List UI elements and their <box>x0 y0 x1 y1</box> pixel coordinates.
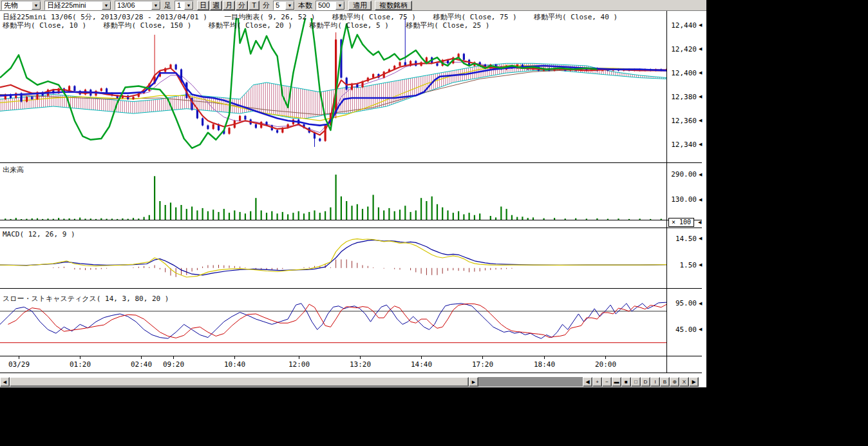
x-axis-label-10-40: 10:40 <box>224 360 245 369</box>
panel-separator <box>0 288 702 289</box>
price-tick-12440-label: 12,440 <box>667 21 697 30</box>
multi-symbol-button[interactable]: 複数銘柄 <box>375 1 412 10</box>
chart-tool-button-group: ◀+−▬■□DIB⊕X▶ <box>583 377 699 387</box>
multiplier-adjust-arrow-icon[interactable]: ◀ <box>698 220 701 225</box>
volume-tick-130: 130.00◀ <box>667 196 706 204</box>
price-chart-panel[interactable] <box>0 18 666 162</box>
time-axis: 03/2901:2002:4009:2010:4012:0013:2014:40… <box>0 356 666 373</box>
chart-tool-button-8[interactable]: B <box>660 377 670 387</box>
chevron-down-icon[interactable]: ▼ <box>335 1 344 10</box>
macd-tick-1-5-arrow-icon[interactable]: ◀ <box>699 262 702 267</box>
price-tick-12360-label: 12,360 <box>667 117 697 125</box>
chevron-down-icon[interactable]: ▼ <box>285 1 294 10</box>
x-axis-label-13-20: 13:20 <box>350 360 371 369</box>
price-tick-12400-arrow-icon[interactable]: ◀ <box>699 70 702 75</box>
period-button-group: 日週月分T <box>197 1 259 10</box>
scroll-left-button[interactable]: ◀ <box>0 377 10 387</box>
chart-tool-button-1[interactable]: + <box>592 377 602 387</box>
x-axis-tick <box>141 356 142 359</box>
price-tick-12380-arrow-icon[interactable]: ◀ <box>699 94 702 99</box>
bar-count-value: 500 <box>316 1 335 9</box>
symbol-dropdown[interactable]: 日経225mini ▼ <box>44 1 111 10</box>
stoch-tick-95-arrow-icon[interactable]: ◀ <box>699 301 702 306</box>
minute-label: 分 <box>263 1 270 10</box>
bar-count-dropdown[interactable]: 500 ▼ <box>316 1 345 10</box>
chevron-down-icon[interactable]: ▼ <box>102 1 111 10</box>
chart-tool-button-10[interactable]: X <box>679 377 689 387</box>
bar-interval-value: 1 <box>175 1 184 9</box>
bar-type-label: 足 <box>164 1 171 10</box>
period-button-4[interactable]: T <box>249 1 259 10</box>
stoch-tick-95: 95.00◀ <box>667 300 706 307</box>
macd-tick-14-5-arrow-icon[interactable]: ◀ <box>699 236 702 241</box>
minute-value-dropdown[interactable]: 5 ▼ <box>273 1 295 10</box>
chart-tool-button-6[interactable]: D <box>641 377 650 387</box>
stoch-tick-45: 45.00◀ <box>667 325 706 333</box>
macd-panel[interactable] <box>0 228 666 288</box>
price-tick-12380-label: 12,380 <box>667 93 697 101</box>
instrument-type-dropdown[interactable]: 先物 ▼ <box>1 1 41 10</box>
volume-tick-130-arrow-icon[interactable]: ◀ <box>699 197 702 202</box>
price-tick-12440: 12,440◀ <box>667 21 706 29</box>
x-axis-label-01-20: 01:20 <box>70 360 91 369</box>
chart-tool-button-11[interactable]: ▶ <box>689 377 699 387</box>
price-tick-12420-label: 12,420 <box>667 45 697 53</box>
chart-tool-button-4[interactable]: ■ <box>621 377 631 387</box>
x-axis-tick <box>482 356 483 359</box>
volume-tick-290: 290.00◀ <box>667 171 706 179</box>
stoch-tick-45-arrow-icon[interactable]: ◀ <box>699 327 702 332</box>
chart-tool-button-3[interactable]: ▬ <box>612 377 621 387</box>
volume-tick-290-arrow-icon[interactable]: ◀ <box>699 172 702 177</box>
chart-tool-button-2[interactable]: − <box>602 377 612 387</box>
chart-tool-button-0[interactable]: ◀ <box>583 377 592 387</box>
apply-button[interactable]: 適用 <box>348 1 372 10</box>
price-tick-12360-arrow-icon[interactable]: ◀ <box>699 118 702 123</box>
chart-legend-line2: 移動平均( Close, 10 ) 移動平均( Close, 150 ) 移動平… <box>3 21 489 30</box>
x-axis-label-03-29: 03/29 <box>8 360 30 369</box>
price-tick-12360: 12,360◀ <box>667 117 706 124</box>
macd-tick-1-5: 1.50◀ <box>667 261 706 269</box>
x-axis-tick <box>19 356 19 359</box>
x-axis-tick <box>544 356 545 359</box>
horizontal-scrollbar-row: ◀ ▶ ◀+−▬■□DIB⊕X▶ <box>0 377 706 387</box>
x-axis-tick <box>299 356 299 359</box>
panel-separator <box>0 162 702 163</box>
chart-tool-button-9[interactable]: ⊕ <box>670 377 679 387</box>
price-tick-12340-arrow-icon[interactable]: ◀ <box>699 142 702 147</box>
bar-interval-dropdown[interactable]: 1 ▼ <box>175 1 194 10</box>
period-button-0[interactable]: 日 <box>197 1 209 10</box>
period-button-2[interactable]: 月 <box>223 1 235 10</box>
chevron-down-icon[interactable]: ▼ <box>32 1 41 10</box>
chevron-down-icon[interactable]: ▼ <box>151 1 160 10</box>
x-axis-label-14-40: 14:40 <box>411 360 432 369</box>
price-tick-12340-label: 12,340 <box>667 141 697 149</box>
price-tick-12400-label: 12,400 <box>667 69 697 77</box>
volume-tick-290-label: 290.00 <box>667 170 697 179</box>
contract-month-dropdown[interactable]: 13/06 ▼ <box>115 1 161 10</box>
x-axis-label-17-20: 17:20 <box>472 360 493 369</box>
scrollbar-thumb[interactable] <box>10 377 469 387</box>
contract-month-value: 13/06 <box>115 1 151 9</box>
price-tick-12440-arrow-icon[interactable]: ◀ <box>699 23 702 28</box>
x-axis-tick <box>173 356 174 359</box>
price-axis: 12,440◀12,420◀12,400◀12,380◀12,360◀12,34… <box>667 0 706 374</box>
scrollbar-track-end <box>478 377 583 387</box>
chevron-down-icon[interactable]: ▼ <box>184 1 193 10</box>
scroll-right-button[interactable]: ▶ <box>469 377 478 387</box>
period-button-1[interactable]: 週 <box>210 1 222 10</box>
panel-separator <box>0 228 702 228</box>
macd-tick-14-5-label: 14.50 <box>667 235 697 243</box>
chart-tool-button-5[interactable]: □ <box>631 377 641 387</box>
chart-tool-button-7[interactable]: I <box>650 377 660 387</box>
macd-panel-label: MACD( 12, 26, 9 ) <box>3 230 75 238</box>
stochastics-panel-label: スロー・ストキャスティクス( 14, 3, 80, 20 ) <box>3 294 169 304</box>
stoch-tick-95-label: 95.00 <box>667 299 697 307</box>
price-tick-12420: 12,420◀ <box>667 45 706 53</box>
x-axis-label-12-00: 12:00 <box>288 360 310 369</box>
x-axis-tick <box>421 356 422 359</box>
price-tick-12420-arrow-icon[interactable]: ◀ <box>699 46 702 52</box>
chart-frame-bottom <box>0 373 702 373</box>
period-button-3[interactable]: 分 <box>236 1 248 10</box>
x-axis-tick <box>360 356 361 359</box>
volume-panel[interactable] <box>0 163 666 220</box>
